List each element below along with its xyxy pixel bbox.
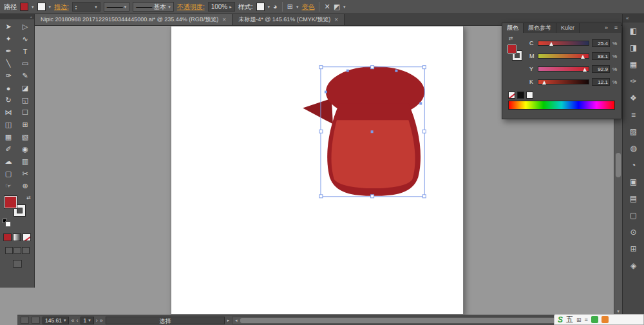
stroke-weight-field[interactable]: ▴ ▾ ▾ [72,2,100,12]
black-slider-handle[interactable] [542,81,546,84]
none-mode-button[interactable] [23,233,31,241]
shape-body-front[interactable] [332,120,415,188]
last-artboard-icon[interactable]: » [100,317,103,324]
ime-pen-icon[interactable]: ≡ [585,317,588,323]
artboard-tool[interactable]: ▢ [0,168,17,180]
draw-inside-button[interactable] [22,247,30,254]
appearance-panel-icon[interactable]: ◔ [626,159,641,172]
artboard-dropdown-icon[interactable]: ▾ [88,318,91,323]
vertical-scrollbar-thumb[interactable] [616,153,621,177]
shape-options-dropdown-icon[interactable]: ▾ [343,5,346,10]
type-tool[interactable]: T [17,45,33,57]
stroke-weight-stepper[interactable]: ▴ ▾ [75,5,77,10]
screen-mode-button[interactable] [13,260,22,268]
stroke-weight-dropdown-icon[interactable]: ▾ [95,5,97,10]
default-fill-stroke-icon[interactable] [3,219,7,223]
tab-close-icon[interactable]: × [222,16,226,23]
tab-color-guide[interactable]: 颜色参考 [524,23,556,33]
info-panel-icon[interactable]: ◈ [626,259,641,272]
shape-options-icon[interactable]: ◩ [334,3,340,10]
magenta-value-field[interactable]: 88.1 [592,52,610,60]
column-graph-tool[interactable]: ▥ [17,155,33,168]
selection-handle-nw[interactable] [319,66,323,69]
window-preview-icon[interactable] [32,317,40,324]
navigator-panel-icon[interactable]: ⊞ [626,242,641,255]
black-swatch[interactable] [517,92,524,99]
anchor-point[interactable] [325,91,327,94]
screen-preview-icon[interactable] [21,317,29,324]
draw-normal-button[interactable] [5,247,13,254]
selection-handle-ne[interactable] [422,66,426,69]
document-tab-nipic[interactable]: Nipic 20180988 20171229150344445000.ai* … [35,14,232,25]
selection-handle-sw[interactable] [319,195,323,198]
swap-fill-stroke-icon[interactable]: ⇄ [26,195,31,201]
artwork-canvas[interactable] [171,26,463,314]
brushes-panel-icon[interactable]: ✑ [626,75,641,88]
anchor-point[interactable] [346,70,349,72]
tab-color[interactable]: 颜色 [502,23,524,33]
dock-collapse-icon[interactable]: « [623,14,644,23]
black-slider[interactable] [538,79,589,84]
transparency-panel-icon[interactable]: ◍ [626,142,641,155]
direct-selection-tool[interactable]: ▷ [17,21,33,33]
cyan-value-field[interactable]: 25.4 [592,39,610,47]
document-tab-untitled[interactable]: 未标题-4* @ 145.61% (CMYK/预览) × [232,14,345,25]
blob-brush-tool[interactable]: ● [0,82,17,94]
scroll-left-icon[interactable]: ◂ [232,318,240,323]
swatches-panel-icon[interactable]: ▦ [626,58,641,71]
fill-dropdown-icon[interactable]: ▾ [32,5,34,10]
graphic-style-swatch[interactable] [256,3,265,11]
rectangle-tool[interactable]: ▭ [17,57,33,70]
line-segment-tool[interactable]: ╲ [0,57,17,70]
yellow-slider-handle[interactable] [583,68,587,72]
selection-handle-se[interactable] [422,195,426,198]
selection-handle-n[interactable] [371,66,374,69]
cyan-slider[interactable] [538,41,589,46]
gradient-mode-button[interactable] [13,233,21,241]
shape-spout[interactable] [303,99,333,124]
selection-tool[interactable]: ➤ [0,21,17,33]
blend-tool[interactable]: ◉ [17,143,33,155]
artboard-number-select[interactable]: 1 ▾ [80,317,94,324]
panel-expand-icon[interactable]: » [601,23,611,33]
magenta-slider-handle[interactable] [581,55,585,59]
color-wheel-icon[interactable]: ◕ [273,3,278,10]
layers-panel-icon[interactable]: ▤ [626,192,641,205]
brush-definition-dropdown-icon[interactable]: ▾ [168,5,171,10]
magic-wand-tool[interactable]: ✦ [0,33,17,45]
color-guide-panel-icon[interactable]: ◨ [626,41,641,54]
sogou-logo[interactable]: S [558,315,563,324]
artboard[interactable] [171,26,464,315]
graphic-style-dropdown-icon[interactable]: ▾ [268,5,270,10]
eraser-tool[interactable]: ◪ [17,82,33,94]
opacity-link[interactable]: 不透明度: [177,3,205,12]
recolor-artwork-link[interactable]: 变色 [301,3,314,12]
center-point[interactable] [371,130,374,133]
previous-artboard-icon[interactable]: ‹ [77,317,79,324]
status-popup-icon[interactable]: ▸ [227,318,230,323]
anchor-point[interactable] [419,102,422,104]
next-artboard-icon[interactable]: › [96,317,98,324]
pencil-tool[interactable]: ✎ [17,70,33,82]
perspective-grid-tool[interactable]: ⊞ [17,119,33,131]
color-mode-button[interactable] [3,233,12,241]
scale-tool[interactable]: ◱ [17,94,33,106]
panel-menu-icon[interactable]: ≡ [611,23,621,33]
links-panel-icon[interactable]: ⊙ [626,226,641,239]
symbols-panel-icon[interactable]: ❖ [626,92,641,104]
symbol-sprayer-tool[interactable]: ☁ [0,155,17,168]
tab-close-icon[interactable]: × [334,16,338,23]
slice-tool[interactable]: ✂ [17,168,33,180]
stroke-color-swatch[interactable] [37,3,46,11]
width-profile-select[interactable]: ——— ▾ [104,2,130,12]
tray-orange-icon[interactable] [601,316,609,323]
yellow-value-field[interactable]: 92.9 [592,65,610,73]
width-tool[interactable]: ⋈ [0,106,17,119]
align-grid-icon[interactable]: ⊞ [287,3,293,10]
draw-behind-button[interactable] [14,247,21,254]
zoom-tool[interactable]: ⊕ [17,180,33,192]
gradient-panel-icon[interactable]: ▨ [626,125,641,138]
selection-handle-s[interactable] [371,195,374,198]
selection-handle-w[interactable] [319,130,323,133]
stroke-panel-icon[interactable]: ≡ [626,108,641,121]
